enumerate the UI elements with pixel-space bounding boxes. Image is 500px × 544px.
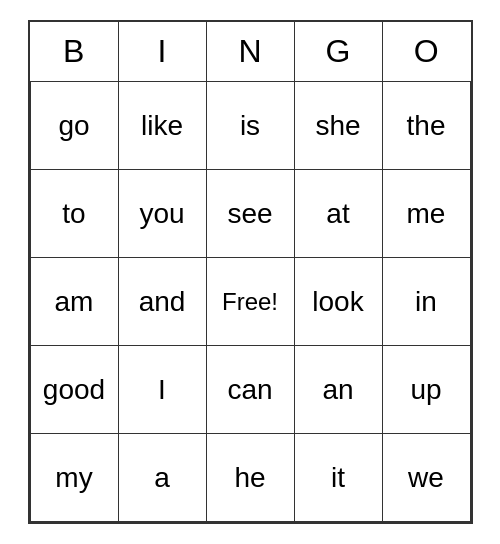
table-row: goodIcananup: [30, 346, 470, 434]
cell-r4-c5: up: [382, 346, 470, 434]
cell-r4-c1: good: [30, 346, 118, 434]
header-row: B I N G O: [30, 22, 470, 82]
col-b: B: [30, 22, 118, 82]
cell-r5-c3: he: [206, 434, 294, 522]
table-row: amandFree!lookin: [30, 258, 470, 346]
cell-r1-c2: like: [118, 82, 206, 170]
col-i: I: [118, 22, 206, 82]
cell-r5-c1: my: [30, 434, 118, 522]
col-o: O: [382, 22, 470, 82]
cell-r3-c4: look: [294, 258, 382, 346]
bingo-table: B I N G O golikeisshethetoyouseeatmeaman…: [30, 22, 471, 523]
cell-r3-c3: Free!: [206, 258, 294, 346]
cell-r4-c4: an: [294, 346, 382, 434]
col-g: G: [294, 22, 382, 82]
cell-r2-c4: at: [294, 170, 382, 258]
cell-r5-c5: we: [382, 434, 470, 522]
bingo-card: B I N G O golikeisshethetoyouseeatmeaman…: [28, 20, 473, 525]
table-row: golikeisshethe: [30, 82, 470, 170]
cell-r4-c2: I: [118, 346, 206, 434]
cell-r3-c2: and: [118, 258, 206, 346]
cell-r5-c4: it: [294, 434, 382, 522]
table-row: toyouseeatme: [30, 170, 470, 258]
cell-r3-c1: am: [30, 258, 118, 346]
cell-r1-c1: go: [30, 82, 118, 170]
cell-r4-c3: can: [206, 346, 294, 434]
cell-r2-c5: me: [382, 170, 470, 258]
cell-r5-c2: a: [118, 434, 206, 522]
cell-r2-c3: see: [206, 170, 294, 258]
table-row: myaheitwe: [30, 434, 470, 522]
cell-r1-c4: she: [294, 82, 382, 170]
cell-r2-c2: you: [118, 170, 206, 258]
cell-r3-c5: in: [382, 258, 470, 346]
cell-r1-c3: is: [206, 82, 294, 170]
cell-r1-c5: the: [382, 82, 470, 170]
col-n: N: [206, 22, 294, 82]
cell-r2-c1: to: [30, 170, 118, 258]
